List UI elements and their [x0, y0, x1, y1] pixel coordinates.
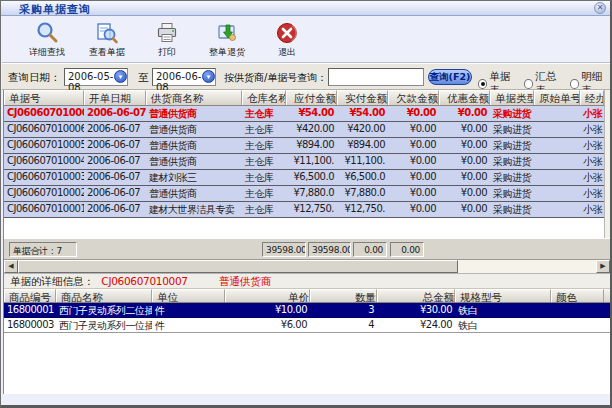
column-header[interactable]: 总金额 — [377, 289, 455, 302]
cell: ¥420.00 — [337, 122, 388, 137]
cell: ¥0.00 — [439, 122, 490, 137]
cell: ¥30.00 — [377, 303, 455, 317]
cell: 采购进货 — [490, 138, 534, 153]
cell: ¥0.00 — [439, 170, 490, 185]
scroll-left-icon[interactable]: ◀ — [4, 260, 18, 273]
cell: CJ060607010004 — [4, 154, 84, 169]
view-document-button[interactable]: 查看单据 — [84, 21, 130, 61]
column-header[interactable]: 优惠金额 — [439, 90, 490, 105]
detail-search-button[interactable]: 详细查找 — [24, 21, 70, 61]
toolbar-button-label: 整单退货 — [209, 46, 245, 59]
cell: 采购进货 — [490, 202, 534, 217]
document-row[interactable]: CJ0606070100042006-06-07普通供货商主仓库¥11,100.… — [4, 154, 610, 170]
column-header[interactable]: 单据号 — [4, 90, 84, 105]
query-bar: 查询日期： 2006-05-08 ▾ 至 2006-06-08 ▾ 按供货商/单… — [2, 63, 610, 90]
vertical-scrollbar[interactable] — [604, 90, 610, 238]
document-row[interactable]: CJ0606070100022006-06-07普通供货商主仓库¥7,880.0… — [4, 186, 610, 202]
column-header[interactable]: 数量 — [310, 289, 377, 302]
cell: ¥0.00 — [388, 186, 439, 201]
cell: 主仓库 — [242, 122, 286, 137]
document-row[interactable]: CJ0606070100012006-06-07建材大世界洁具专卖主仓库¥12,… — [4, 202, 610, 218]
column-header[interactable]: 开单日期 — [84, 90, 146, 105]
column-header[interactable]: 实付金额 — [337, 90, 388, 105]
cell: 普通供货商 — [146, 106, 242, 121]
return-order-button[interactable]: 整单退货 — [204, 21, 250, 61]
document-row[interactable]: CJ0606070100072006-06-07普通供货商主仓库¥54.00¥5… — [4, 106, 610, 122]
view-document-icon — [95, 21, 119, 45]
cell — [534, 106, 580, 121]
discount-total-box: 0.00 — [390, 242, 424, 257]
toolbar: 详细查找 查看单据 — [2, 17, 610, 63]
detail-info-row: 单据的详细信息： CJ060607010007 普通供货商 — [4, 274, 610, 289]
document-row[interactable]: CJ0606070100052006-06-07普通供货商主仓库¥894.00¥… — [4, 138, 610, 154]
cell: 小张 — [580, 106, 604, 121]
date-from-picker-icon[interactable]: ▾ — [114, 70, 127, 83]
radio-icon — [570, 79, 579, 89]
cell: ¥7,880.0 — [286, 186, 337, 201]
toolbar-button-label: 详细查找 — [29, 46, 65, 59]
cell: 2006-06-07 — [84, 106, 146, 121]
cell: 采购进货 — [490, 186, 534, 201]
radio-icon — [478, 79, 487, 89]
cell: 建材大世界洁具专卖 — [146, 202, 242, 217]
cell: 普通供货商 — [146, 122, 242, 137]
cell: 2006-06-07 — [84, 122, 146, 137]
document-row[interactable]: CJ0606070100062006-06-07普通供货商主仓库¥420.00¥… — [4, 122, 610, 138]
column-header[interactable]: 经办人 — [580, 90, 604, 105]
column-header[interactable]: 单价 — [225, 289, 310, 302]
cell — [534, 202, 580, 217]
column-header[interactable]: 应付金额 — [286, 90, 337, 105]
cell: ¥24.00 — [377, 318, 455, 332]
printer-icon — [155, 21, 179, 45]
detail-info-label: 单据的详细信息： — [10, 275, 94, 287]
cell: 采购进货 — [490, 106, 534, 121]
column-header[interactable]: 单据类型 — [490, 90, 534, 105]
cell: 2006-06-07 — [84, 202, 146, 217]
column-header[interactable]: 供货商名称 — [146, 90, 242, 105]
column-header[interactable]: 单位 — [152, 289, 225, 302]
document-row[interactable]: CJ0606070100032006-06-07建材刘张三主仓库¥6,500.0… — [4, 170, 610, 186]
cell: 小张 — [580, 138, 604, 153]
cell: 铁白 — [455, 303, 551, 317]
column-header[interactable]: 规格型号 — [455, 289, 551, 302]
exit-button[interactable]: 退出 — [264, 21, 310, 61]
cell: 普通供货商 — [146, 154, 242, 169]
cell — [534, 170, 580, 185]
supplier-search-input[interactable] — [328, 68, 424, 86]
date-to-picker-icon[interactable]: ▾ — [202, 70, 215, 83]
main-table-header: 单据号开单日期供货商名称仓库名称应付金额实付金额欠款金额优惠金额单据类型原始单号… — [4, 90, 610, 106]
main-document-table: 单据号开单日期供货商名称仓库名称应付金额实付金额欠款金额优惠金额单据类型原始单号… — [4, 90, 610, 238]
column-header[interactable]: 原始单号 — [534, 90, 580, 105]
cell: 主仓库 — [242, 186, 286, 201]
exit-icon — [275, 21, 299, 45]
date-range-label: 查询日期： — [8, 71, 61, 85]
payable-total-box: 39598.00 — [262, 242, 306, 257]
cell — [534, 122, 580, 137]
cell — [534, 138, 580, 153]
cell: CJ060607010006 — [4, 122, 84, 137]
column-header[interactable]: 颜色 — [551, 289, 604, 302]
radio-icon — [524, 79, 533, 89]
column-header[interactable]: 商品名称 — [56, 289, 152, 302]
column-header[interactable]: 仓库名称 — [242, 90, 286, 105]
cell: ¥54.00 — [286, 106, 337, 121]
scrollbar-thumb[interactable] — [18, 260, 458, 273]
column-header[interactable]: 商品编号 — [4, 289, 56, 302]
cell: ¥12,750. — [286, 202, 337, 217]
query-button[interactable]: 查询(F2) — [428, 69, 472, 85]
item-row[interactable]: 16800003西门子灵动系列一位插件¥6.004¥24.00铁白 — [4, 318, 610, 333]
cell: ¥54.00 — [337, 106, 388, 121]
cell: 采购进货 — [490, 122, 534, 137]
item-row[interactable]: 16800001西门子灵动系列二位插件¥10.003¥30.00铁白 — [4, 303, 610, 318]
detail-items-table: 商品编号商品名称单位单价数量总金额规格型号颜色 16800001西门子灵动系列二… — [4, 289, 610, 372]
cell: ¥6.00 — [225, 318, 310, 332]
cell: 主仓库 — [242, 170, 286, 185]
cell: 2006-06-07 — [84, 186, 146, 201]
close-icon[interactable]: ✕ — [594, 2, 606, 14]
debt-total-box: 0.00 — [353, 242, 387, 257]
cell: ¥10.00 — [225, 303, 310, 317]
scroll-right-icon[interactable]: ▶ — [596, 260, 610, 273]
column-header[interactable]: 欠款金额 — [388, 90, 439, 105]
print-button[interactable]: 打印 — [144, 21, 190, 61]
cell: 2006-06-07 — [84, 170, 146, 185]
